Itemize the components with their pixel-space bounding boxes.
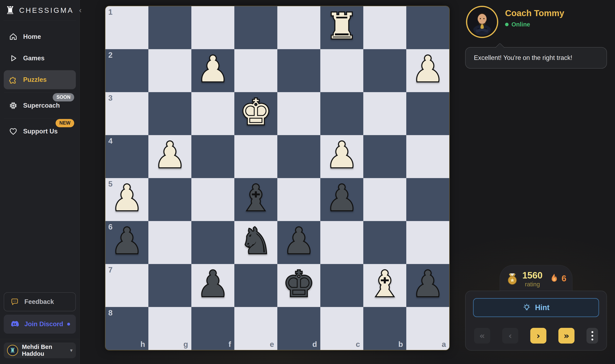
feedback-button[interactable]: Feedback [4,292,76,311]
piece-black-king[interactable]: ♚♚ [277,264,320,307]
more-options-button[interactable] [587,328,598,344]
square-a4[interactable] [406,135,449,178]
sidebar-item-support-us[interactable]: NEW Support Us [4,122,76,141]
piece-black-bishop[interactable]: ♝♝ [234,178,277,221]
square-g6[interactable] [148,221,191,264]
square-d1[interactable] [277,6,320,49]
next-puzzle-button[interactable]: » [558,328,575,344]
piece-white-rook[interactable]: ♜♜ [320,6,363,49]
piece-white-king[interactable]: ♚♚ [234,92,277,135]
square-h8[interactable]: 8h [105,307,148,350]
square-g4[interactable]: ♟♟ [148,135,191,178]
square-b7[interactable]: ♝♝ [363,264,406,307]
piece-black-pawn[interactable]: ♟♟ [277,221,320,264]
square-f2[interactable]: ♟♟ [191,49,234,92]
piece-white-pawn[interactable]: ♟♟ [105,178,148,221]
piece-white-bishop[interactable]: ♝♝ [363,264,406,307]
square-g7[interactable] [148,264,191,307]
new-badge: NEW [56,119,74,127]
home-icon [9,32,18,41]
sidebar-item-puzzles[interactable]: Puzzles [4,70,76,89]
sidebar-item-home[interactable]: Home [4,27,76,46]
square-h6[interactable]: 6♟♟ [105,221,148,264]
square-f6[interactable] [191,221,234,264]
square-c4[interactable]: ♟♟ [320,135,363,178]
square-d5[interactable] [277,178,320,221]
square-h3[interactable]: 3 [105,92,148,135]
piece-white-pawn[interactable]: ♟♟ [148,135,191,178]
square-a2[interactable]: ♟♟ [406,49,449,92]
square-c7[interactable] [320,264,363,307]
square-a7[interactable]: ♟♟ [406,264,449,307]
square-d8[interactable]: d [277,307,320,350]
piece-black-pawn[interactable]: ♟♟ [191,264,234,307]
piece-white-pawn[interactable]: ♟♟ [191,49,234,92]
square-f8[interactable]: f [191,307,234,350]
square-d4[interactable] [277,135,320,178]
square-g5[interactable] [148,178,191,221]
piece-black-knight[interactable]: ♞♞ [234,221,277,264]
square-d7[interactable]: ♚♚ [277,264,320,307]
square-b6[interactable] [363,221,406,264]
square-g1[interactable] [148,6,191,49]
square-d6[interactable]: ♟♟ [277,221,320,264]
square-a1[interactable] [406,6,449,49]
square-c6[interactable] [320,221,363,264]
sidebar-item-supercoach[interactable]: SOON Supercoach [4,96,76,115]
coach-message: Excellent! You're on the right track! [474,54,572,62]
piece-white-pawn[interactable]: ♟♟ [320,135,363,178]
square-a5[interactable] [406,178,449,221]
square-d2[interactable] [277,49,320,92]
square-e2[interactable] [234,49,277,92]
square-a8[interactable]: a [406,307,449,350]
square-d3[interactable] [277,92,320,135]
sidebar-collapse-chevron-icon[interactable]: ‹ [78,6,83,15]
square-b2[interactable] [363,49,406,92]
square-b4[interactable] [363,135,406,178]
square-f4[interactable] [191,135,234,178]
square-g3[interactable] [148,92,191,135]
square-e5[interactable]: ♝♝ [234,178,277,221]
coach-status-text: Online [511,21,530,28]
square-c2[interactable] [320,49,363,92]
previous-move-button[interactable]: ‹ [502,328,518,344]
piece-black-pawn[interactable]: ♟♟ [320,178,363,221]
square-f5[interactable] [191,178,234,221]
square-f3[interactable] [191,92,234,135]
square-g8[interactable]: g [148,307,191,350]
piece-black-pawn[interactable]: ♟♟ [105,221,148,264]
piece-white-pawn[interactable]: ♟♟ [406,49,449,92]
square-b5[interactable] [363,178,406,221]
square-a3[interactable] [406,92,449,135]
square-g2[interactable] [148,49,191,92]
first-puzzle-button[interactable]: « [474,328,490,344]
square-e7[interactable] [234,264,277,307]
hint-button[interactable]: Hint [473,298,599,317]
square-h7[interactable]: 7 [105,264,148,307]
square-b1[interactable] [363,6,406,49]
square-h5[interactable]: 5♟♟ [105,178,148,221]
square-f7[interactable]: ♟♟ [191,264,234,307]
square-h4[interactable]: 4 [105,135,148,178]
square-b8[interactable]: b [363,307,406,350]
sidebar-item-games[interactable]: Games [4,49,76,68]
square-c3[interactable] [320,92,363,135]
square-c8[interactable]: c [320,307,363,350]
square-b3[interactable] [363,92,406,135]
user-menu[interactable]: ♜ Mehdi Ben Haddou ▾ [4,342,76,358]
piece-black-pawn[interactable]: ♟♟ [406,264,449,307]
square-e8[interactable]: e [234,307,277,350]
square-c5[interactable]: ♟♟ [320,178,363,221]
square-e1[interactable] [234,6,277,49]
square-e6[interactable]: ♞♞ [234,221,277,264]
coach-name: Coach Tommy [505,8,564,18]
square-h1[interactable]: 1 [105,6,148,49]
square-e4[interactable] [234,135,277,178]
square-a6[interactable] [406,221,449,264]
square-e3[interactable]: ♚♚ [234,92,277,135]
next-move-button[interactable]: › [530,328,546,344]
square-c1[interactable]: ♜♜ [320,6,363,49]
square-f1[interactable] [191,6,234,49]
join-discord-button[interactable]: Join Discord [4,315,76,334]
square-h2[interactable]: 2 [105,49,148,92]
